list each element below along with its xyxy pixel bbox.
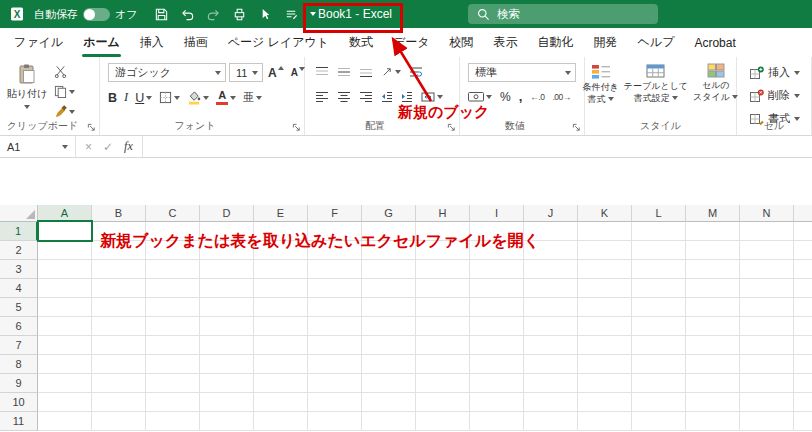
- italic-button[interactable]: I: [124, 90, 128, 105]
- decrease-indent-icon[interactable]: [381, 91, 393, 103]
- percent-style-button[interactable]: %: [500, 90, 511, 104]
- column-header-L[interactable]: L: [632, 205, 686, 222]
- print-icon[interactable]: [232, 7, 247, 22]
- row-cells-11[interactable]: [38, 412, 812, 431]
- column-header-M[interactable]: M: [686, 205, 740, 222]
- currency-format-button[interactable]: [468, 90, 492, 103]
- column-header-I[interactable]: I: [470, 205, 524, 222]
- column-header-O[interactable]: O: [794, 205, 812, 222]
- paste-button[interactable]: 貼り付け: [6, 63, 48, 112]
- cell-styles-button[interactable]: セルの スタイル: [693, 63, 738, 105]
- row-cells-9[interactable]: [38, 374, 812, 393]
- column-header-H[interactable]: H: [416, 205, 470, 222]
- select-cursor-icon[interactable]: [258, 7, 273, 22]
- font-name-select[interactable]: 游ゴシック: [108, 63, 226, 82]
- row-header-10[interactable]: 10: [0, 393, 38, 412]
- merge-center-button[interactable]: [421, 91, 443, 103]
- borders-button[interactable]: [159, 91, 180, 104]
- row-cells-10[interactable]: [38, 393, 812, 412]
- dialog-launcher-icon[interactable]: [87, 123, 96, 132]
- bold-button[interactable]: B: [108, 91, 117, 105]
- tab-自動化[interactable]: 自動化: [528, 28, 584, 57]
- row-cells-7[interactable]: [38, 336, 812, 355]
- delete-cells-button[interactable]: 削除: [749, 88, 811, 103]
- row-cells-4[interactable]: [38, 279, 812, 298]
- conditional-formatting-button[interactable]: 条件付き 書式: [583, 63, 619, 105]
- decrease-decimal-button[interactable]: .00→: [552, 92, 570, 102]
- tab-ヘルプ[interactable]: ヘルプ: [628, 28, 685, 57]
- row-header-2[interactable]: 2: [0, 241, 38, 260]
- undo-icon[interactable]: [180, 7, 195, 22]
- align-top-icon[interactable]: [315, 66, 329, 78]
- tab-Acrobat[interactable]: Acrobat: [684, 28, 745, 57]
- column-header-J[interactable]: J: [524, 205, 578, 222]
- copy-button[interactable]: [54, 85, 75, 98]
- row-cells-5[interactable]: [38, 298, 812, 317]
- row-header-4[interactable]: 4: [0, 279, 38, 298]
- column-header-E[interactable]: E: [254, 205, 308, 222]
- comma-style-button[interactable]: ,: [519, 89, 523, 104]
- draw-mode-icon[interactable]: [284, 7, 299, 22]
- font-size-select[interactable]: 11: [229, 63, 263, 82]
- column-header-C[interactable]: C: [146, 205, 200, 222]
- format-as-table-button[interactable]: テーブルとして 書式設定: [624, 63, 688, 105]
- tab-ファイル[interactable]: ファイル: [4, 28, 73, 57]
- row-header-8[interactable]: 8: [0, 355, 38, 374]
- insert-function-icon[interactable]: fx: [124, 139, 133, 154]
- row-cells-8[interactable]: [38, 355, 812, 374]
- align-left-icon[interactable]: [315, 91, 329, 103]
- row-header-1[interactable]: 1: [0, 222, 38, 241]
- dialog-launcher-icon[interactable]: [292, 123, 301, 132]
- select-all-corner[interactable]: [0, 205, 38, 222]
- active-cell-outline[interactable]: [37, 220, 93, 242]
- underline-button[interactable]: U: [135, 91, 152, 105]
- column-header-D[interactable]: D: [200, 205, 254, 222]
- align-middle-icon[interactable]: [337, 66, 351, 78]
- row-cells-3[interactable]: [38, 260, 812, 279]
- wrap-text-icon[interactable]: [409, 66, 423, 78]
- row-header-11[interactable]: 11: [0, 412, 38, 431]
- name-box[interactable]: A1: [0, 136, 76, 157]
- row-cells-6[interactable]: [38, 317, 812, 336]
- fill-color-button[interactable]: [187, 90, 209, 105]
- cancel-icon[interactable]: ×: [85, 140, 92, 154]
- save-icon[interactable]: [154, 7, 169, 22]
- align-right-icon[interactable]: [359, 91, 373, 103]
- number-format-select[interactable]: 標準: [468, 63, 576, 82]
- tab-描画[interactable]: 描画: [174, 28, 218, 57]
- tab-開発[interactable]: 開発: [584, 28, 628, 57]
- orientation-button[interactable]: [381, 66, 401, 78]
- font-color-button[interactable]: A: [216, 90, 236, 105]
- autosave-toggle[interactable]: 自動保存 オフ: [34, 7, 138, 22]
- format-painter-button[interactable]: [54, 105, 75, 118]
- phonetic-button[interactable]: 亜: [243, 90, 262, 105]
- row-header-6[interactable]: 6: [0, 317, 38, 336]
- row-header-5[interactable]: 5: [0, 298, 38, 317]
- dialog-launcher-icon[interactable]: [572, 123, 581, 132]
- align-bottom-icon[interactable]: [359, 66, 373, 78]
- tab-校閲[interactable]: 校閲: [440, 28, 484, 57]
- excel-logo-icon[interactable]: X: [8, 5, 26, 23]
- column-header-G[interactable]: G: [362, 205, 416, 222]
- row-header-9[interactable]: 9: [0, 374, 38, 393]
- increase-font-size-button[interactable]: A: [266, 66, 286, 80]
- align-center-icon[interactable]: [337, 91, 351, 103]
- formula-input[interactable]: [143, 136, 812, 157]
- row-header-7[interactable]: 7: [0, 336, 38, 355]
- row-header-3[interactable]: 3: [0, 260, 38, 279]
- column-header-F[interactable]: F: [308, 205, 362, 222]
- tab-表示[interactable]: 表示: [484, 28, 528, 57]
- insert-cells-button[interactable]: 挿入: [749, 65, 811, 80]
- column-header-N[interactable]: N: [740, 205, 794, 222]
- increase-indent-icon[interactable]: [401, 91, 413, 103]
- column-header-B[interactable]: B: [92, 205, 146, 222]
- enter-icon[interactable]: ✓: [103, 140, 113, 154]
- dialog-launcher-icon[interactable]: [447, 123, 456, 132]
- search-box[interactable]: 検索: [468, 4, 658, 24]
- cut-button[interactable]: [54, 65, 75, 78]
- tab-ホーム[interactable]: ホーム: [73, 28, 130, 57]
- increase-decimal-button[interactable]: ←.0: [530, 92, 544, 102]
- autosave-switch[interactable]: [83, 8, 110, 21]
- redo-icon[interactable]: [206, 7, 221, 22]
- column-header-K[interactable]: K: [578, 205, 632, 222]
